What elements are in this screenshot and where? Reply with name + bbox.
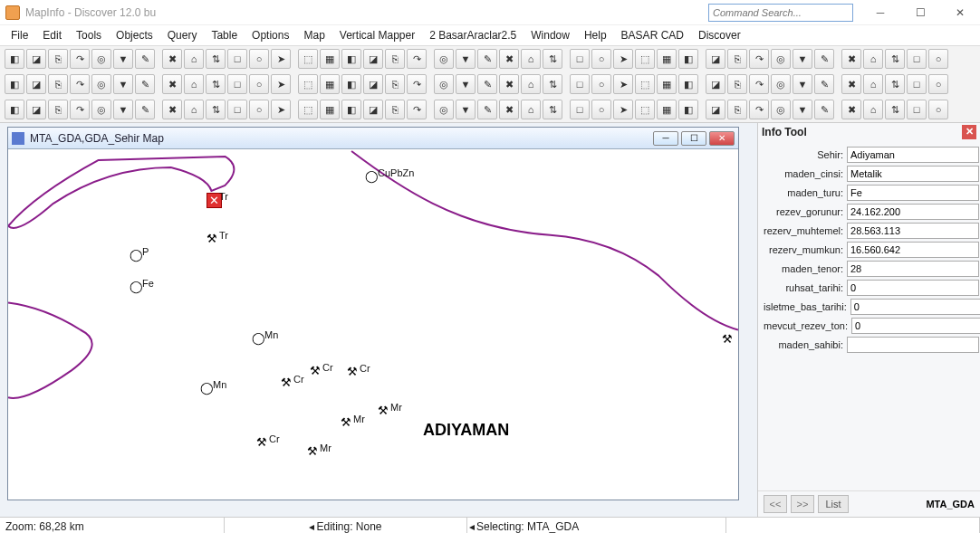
toolbar-button[interactable]: □ [227, 100, 247, 119]
info-next-button[interactable]: >> [791, 495, 814, 513]
toolbar-button[interactable]: ✎ [135, 49, 155, 69]
toolbar-button[interactable]: ↷ [749, 49, 769, 69]
toolbar-button[interactable]: ○ [591, 49, 611, 69]
toolbar-button[interactable]: ⇅ [885, 100, 905, 119]
info-input-sehir[interactable] [847, 147, 979, 163]
toolbar-button[interactable]: ⎘ [385, 49, 405, 69]
toolbar-button[interactable]: ⬚ [298, 49, 318, 69]
menu-2-basararaclar2.5[interactable]: 2 BasarAraclar2.5 [422, 27, 524, 43]
toolbar-button[interactable]: ◧ [678, 100, 698, 119]
toolbar-button[interactable]: ◎ [434, 74, 454, 94]
toolbar-button[interactable]: ⇅ [885, 74, 905, 94]
toolbar-button[interactable]: ⇅ [206, 100, 226, 119]
toolbar-button[interactable]: ↷ [70, 49, 90, 69]
toolbar-button[interactable]: ◎ [91, 100, 111, 119]
toolbar-button[interactable]: ◪ [706, 74, 725, 94]
toolbar-button[interactable]: ▼ [113, 74, 133, 94]
toolbar-button[interactable]: □ [227, 49, 247, 69]
toolbar-button[interactable]: ◧ [678, 49, 698, 69]
info-tool-close-button[interactable]: ✕ [962, 125, 976, 139]
toolbar-button[interactable]: ◧ [341, 100, 361, 119]
map-maximize-button[interactable]: ☐ [681, 131, 706, 146]
minimize-button[interactable]: ─ [860, 0, 900, 25]
map-close-button[interactable]: ✕ [709, 131, 735, 146]
menu-map[interactable]: Map [296, 27, 331, 43]
toolbar-button[interactable]: ◪ [706, 49, 725, 69]
info-input-ruhsat-tarihi[interactable] [847, 280, 979, 296]
toolbar-button[interactable]: ▼ [113, 100, 133, 119]
toolbar-button[interactable]: ⬚ [635, 100, 655, 119]
toolbar-button[interactable]: ○ [591, 74, 611, 94]
menu-options[interactable]: Options [245, 27, 296, 43]
map-canvas[interactable]: ADIYAMAN ◯CuPbZn✕Tr⚒Tr◯P◯Fe◯Mn◯Mn⚒Cr⚒Cr⚒… [8, 149, 738, 500]
toolbar-button[interactable]: ◎ [434, 49, 454, 69]
toolbar-button[interactable]: ◪ [363, 100, 383, 119]
toolbar-button[interactable]: ◧ [678, 74, 698, 94]
map-point[interactable]: ⚒Tr [207, 232, 217, 245]
toolbar-button[interactable]: ✎ [814, 74, 834, 94]
toolbar-button[interactable]: ✎ [814, 49, 834, 69]
map-point[interactable]: ✕Tr [207, 193, 222, 208]
map-point[interactable]: ◯Mn [252, 331, 265, 345]
info-input-rezerv-muhtemel[interactable] [847, 223, 979, 239]
toolbar-button[interactable]: ✎ [135, 100, 155, 119]
toolbar-button[interactable]: ⎘ [727, 49, 747, 69]
toolbar-button[interactable]: ⌂ [184, 100, 204, 119]
toolbar-button[interactable]: ▦ [657, 100, 677, 119]
toolbar-button[interactable]: ✎ [477, 74, 497, 94]
map-point[interactable]: ⚒Mr [378, 404, 389, 417]
maximize-button[interactable]: ☐ [900, 0, 940, 25]
info-input-rezerv-mumkun[interactable] [847, 242, 979, 258]
toolbar-button[interactable]: ✖ [841, 100, 861, 119]
info-list-button[interactable]: List [818, 495, 849, 513]
toolbar-button[interactable]: ➤ [271, 100, 291, 119]
menu-discover[interactable]: Discover [691, 27, 748, 43]
toolbar-button[interactable]: □ [227, 74, 247, 94]
toolbar-button[interactable]: ◎ [771, 49, 791, 69]
map-point[interactable]: ◯Fe [130, 280, 143, 293]
toolbar-button[interactable]: ✖ [499, 100, 519, 119]
map-point[interactable]: ⚒Cr [281, 376, 292, 389]
toolbar-button[interactable]: ◎ [434, 100, 454, 119]
toolbar-button[interactable]: □ [907, 74, 927, 94]
info-input-maden-turu[interactable] [847, 185, 979, 201]
toolbar-button[interactable]: ✎ [477, 100, 497, 119]
toolbar-button[interactable]: ○ [249, 49, 269, 69]
toolbar-button[interactable]: ⬚ [298, 100, 318, 119]
info-input-maden-tenor[interactable] [847, 261, 979, 277]
toolbar-button[interactable]: ⇅ [206, 74, 226, 94]
toolbar-button[interactable]: ◧ [341, 49, 361, 69]
toolbar-button[interactable]: ▦ [320, 49, 340, 69]
map-point[interactable]: ⚒Mr [341, 415, 351, 429]
toolbar-button[interactable]: ⌂ [863, 74, 883, 94]
map-point[interactable]: ⚒Cr [347, 365, 358, 378]
toolbar-button[interactable]: ✖ [162, 74, 182, 94]
toolbar-button[interactable]: ▦ [657, 74, 677, 94]
toolbar-button[interactable]: ⇅ [543, 100, 562, 119]
toolbar-button[interactable]: ▼ [793, 74, 812, 94]
menu-table[interactable]: Table [204, 27, 245, 43]
toolbar-button[interactable]: ▼ [793, 100, 812, 119]
map-point[interactable]: ⚒Cr [256, 435, 267, 449]
toolbar-button[interactable]: ◧ [5, 74, 24, 94]
toolbar-button[interactable]: ✎ [814, 100, 834, 119]
map-point[interactable]: ⚒ [722, 332, 733, 346]
menu-vertical-mapper[interactable]: Vertical Mapper [332, 27, 422, 43]
toolbar-button[interactable]: ↷ [407, 100, 427, 119]
menu-query[interactable]: Query [160, 27, 205, 43]
command-search-input[interactable] [708, 4, 853, 22]
toolbar-button[interactable]: ⬚ [635, 49, 655, 69]
toolbar-button[interactable]: ▼ [456, 49, 476, 69]
toolbar-button[interactable]: □ [570, 74, 590, 94]
toolbar-button[interactable]: ○ [928, 49, 948, 69]
toolbar-button[interactable]: ○ [249, 74, 269, 94]
toolbar-button[interactable]: ⌂ [184, 74, 204, 94]
toolbar-button[interactable]: ◧ [341, 74, 361, 94]
toolbar-button[interactable]: ➤ [613, 100, 633, 119]
map-window-titlebar[interactable]: MTA_GDA,GDA_Sehir Map ─ ☐ ✕ [8, 128, 738, 149]
map-point[interactable]: ◯Mn [200, 381, 214, 395]
toolbar-button[interactable]: ➤ [613, 49, 633, 69]
toolbar-button[interactable]: ✖ [162, 100, 182, 119]
toolbar-button[interactable]: ⇅ [885, 49, 905, 69]
toolbar-button[interactable]: □ [570, 49, 590, 69]
